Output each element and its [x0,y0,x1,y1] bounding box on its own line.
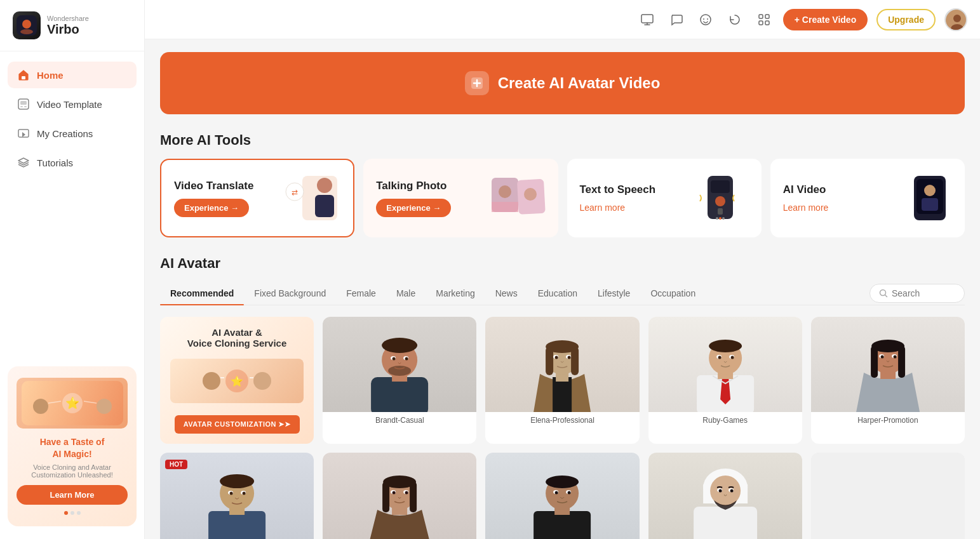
svg-point-108 [405,491,408,495]
avatar-card-row2-5[interactable] [811,453,965,539]
ai-tool-talking-photo[interactable]: Talking Photo Experience → [363,159,558,237]
svg-rect-109 [534,511,591,539]
promo-learn-more-button[interactable]: Learn More [17,485,128,505]
svg-point-99 [243,492,246,495]
tab-fixed-background[interactable]: Fixed Background [244,282,336,305]
tab-education[interactable]: Education [528,282,587,305]
text-to-speech-name: Text to Speech [580,183,656,196]
ai-tool-video-translate[interactable]: Video Translate Experience → ⇄ [160,159,354,237]
create-video-button[interactable]: + Create Video [783,9,868,30]
promo-title: Have a Taste of AI Magic! [17,436,128,461]
company-name: Wondershare [47,15,89,22]
tab-female[interactable]: Female [336,282,386,305]
banner[interactable]: Create AI Avatar Video [160,52,965,114]
avatar-card-row2-1[interactable]: HOT [160,453,314,539]
avatar-promo-card[interactable]: AI Avatar &Voice Cloning Service ⭐ AVATA… [160,317,314,444]
tab-recommended[interactable]: Recommended [160,282,244,305]
svg-point-74 [568,356,571,359]
tab-occupation[interactable]: Occupation [640,282,706,305]
svg-text:⇄: ⇄ [292,188,298,197]
sidebar-tutorials-label: Tutorials [37,157,73,168]
avatar-promo-title: AI Avatar &Voice Cloning Service [187,327,286,349]
svg-rect-5 [20,101,27,105]
grid-icon[interactable] [754,10,774,30]
ai-avatar-section: AI Avatar Recommended Fixed Background F… [160,255,965,539]
svg-point-42 [716,217,718,220]
app-name: Virbo [47,22,89,37]
avatar-card-row2-4[interactable] [648,453,802,539]
text-to-speech-img [692,173,749,223]
avatar-card-elena[interactable]: Elena-Professional [485,317,639,444]
tab-news[interactable]: News [485,282,528,305]
svg-rect-48 [922,198,938,211]
avatar-customization-button[interactable]: AVATAR CUSTOMIZATION ➤➤ [175,415,300,434]
svg-point-47 [924,185,936,196]
svg-rect-22 [759,21,763,25]
svg-point-18 [703,18,704,20]
avatar-card-harper[interactable]: Harper-Promotion [811,317,965,444]
svg-rect-104 [410,482,417,512]
promo-dot-2 [70,511,74,515]
svg-point-64 [405,357,408,361]
home-icon [17,68,30,82]
emoji-icon[interactable] [695,10,716,30]
harper-label: Harper-Promotion [811,412,965,430]
svg-point-44 [722,217,725,220]
avatar-search[interactable] [869,284,965,303]
row2-img-5 [811,453,965,539]
sidebar-promo-card: ⭐ Have a Taste of AI Magic! Voice Clonin… [8,366,137,526]
sidebar-home-label: Home [37,70,64,81]
upgrade-button[interactable]: Upgrade [876,9,936,30]
svg-point-40 [715,196,725,206]
video-translate-btn[interactable]: Experience → [174,199,249,217]
svg-point-34 [499,185,511,198]
avatar-search-input[interactable] [892,288,955,298]
svg-point-25 [953,15,961,22]
chat-icon[interactable] [666,10,687,30]
sidebar-item-home[interactable]: Home [8,62,137,88]
ai-video-link[interactable]: Learn more [783,203,829,213]
brandt-image [323,317,476,412]
refresh-icon[interactable] [725,10,745,30]
brandt-label: Brandt-Casual [323,412,476,430]
sidebar-template-label: Video Template [37,99,102,110]
svg-point-60 [388,366,411,376]
sidebar-item-tutorials[interactable]: Tutorials [8,149,137,176]
svg-point-116 [568,491,571,495]
svg-rect-87 [898,346,905,378]
svg-rect-56 [371,377,428,412]
avatar-card-brandt[interactable]: Brandt-Casual [323,317,476,444]
user-avatar[interactable] [944,8,967,31]
ai-tool-ai-video[interactable]: AI Video Learn more [770,159,965,237]
sidebar-item-video-template[interactable]: Video Template [8,91,137,117]
ai-tool-text-to-speech[interactable]: Text to Speech Learn more [567,159,762,237]
svg-text:⭐: ⭐ [65,396,80,410]
tab-lifestyle[interactable]: Lifestyle [587,282,640,305]
svg-point-13 [97,399,112,414]
row2-img-2 [323,453,476,539]
svg-point-123 [718,489,722,493]
tab-male[interactable]: Male [386,282,426,305]
content-area: Create AI Avatar Video More AI Tools Vid… [145,39,980,539]
svg-point-1 [22,20,31,29]
tab-marketing[interactable]: Marketing [426,282,485,305]
creations-icon [17,126,30,140]
avatar-card-row2-2[interactable] [323,453,476,539]
avatar-card-ruby[interactable]: Ruby-Games [648,317,802,444]
screen-icon[interactable] [637,10,657,30]
svg-point-98 [230,492,233,495]
talking-photo-btn[interactable]: Experience → [376,199,451,217]
avatar-card-row2-3[interactable] [485,453,639,539]
svg-point-112 [546,476,579,488]
header: + Create Video Upgrade [145,0,980,39]
text-to-speech-link[interactable]: Learn more [580,203,656,213]
svg-point-53 [253,372,271,390]
svg-point-59 [382,338,417,353]
svg-rect-35 [492,202,518,212]
svg-point-2 [20,29,33,34]
avatar-tabs: Recommended Fixed Background Female Male… [160,282,965,305]
ruby-image [648,317,802,412]
svg-rect-41 [718,208,723,215]
sidebar-item-my-creations[interactable]: My Creations [8,120,137,147]
svg-rect-6 [20,106,23,107]
